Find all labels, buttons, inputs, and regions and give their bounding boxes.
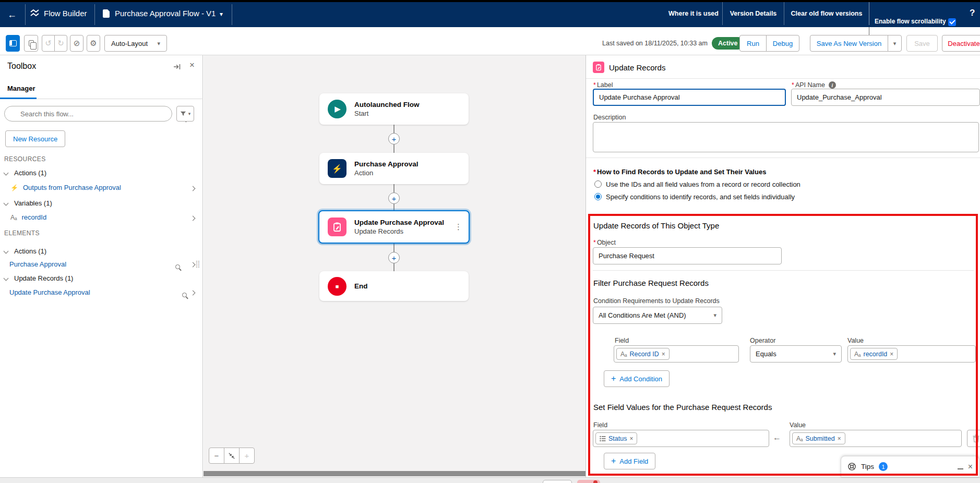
remove-pill-icon[interactable]: × xyxy=(662,351,665,358)
update-records-icon xyxy=(332,222,342,232)
value-pill[interactable]: Aₐ Submitted × xyxy=(792,432,845,444)
fit-to-view-button[interactable] xyxy=(224,448,240,464)
condition-field-input[interactable]: Aₐ Record ID × xyxy=(614,345,739,363)
radio-use-ids[interactable] xyxy=(594,180,602,188)
remove-pill-icon[interactable]: × xyxy=(890,351,893,358)
last-saved-text: Last saved on 18/11/2025, 10:33 am xyxy=(598,35,708,52)
add-element-button[interactable]: + xyxy=(388,133,400,144)
new-resource-button[interactable]: New Resource xyxy=(5,130,65,147)
label-field-label: Label xyxy=(597,81,613,89)
info-icon[interactable]: i xyxy=(829,81,836,89)
condition-value-input[interactable]: Aₐ recordId × xyxy=(847,345,976,363)
set-value-input[interactable]: Aₐ Submitted × xyxy=(790,430,962,447)
filter-button[interactable]: ▾ xyxy=(176,106,194,122)
node-update-purchase-approval[interactable]: Update Purchase Approval Update Records … xyxy=(318,210,470,244)
chevron-right-icon[interactable] xyxy=(190,186,196,191)
nav-link-version-details[interactable]: Version Details xyxy=(723,2,784,25)
flow-canvas[interactable]: ▶ Autolaunched Flow Start + ⚡ Purchase A… xyxy=(204,55,585,477)
search-element-icon[interactable] xyxy=(182,293,187,297)
nav-link-where-used[interactable]: Where it is used xyxy=(665,2,722,25)
horizontal-scrollbar[interactable] xyxy=(204,471,585,476)
add-element-button[interactable]: + xyxy=(388,252,400,263)
object-input[interactable] xyxy=(593,247,782,264)
add-field-button[interactable]: + Add Field xyxy=(604,453,655,469)
back-icon[interactable]: ← xyxy=(7,9,17,20)
node-subtitle: Update Records xyxy=(354,227,447,235)
node-start[interactable]: ▶ Autolaunched Flow Start xyxy=(319,93,469,125)
chevron-right-icon[interactable] xyxy=(190,262,196,268)
remove-pill-icon[interactable]: × xyxy=(629,435,633,442)
zoom-in-button[interactable]: + xyxy=(239,448,255,464)
help-icon[interactable]: ? xyxy=(970,8,975,18)
plus-icon: + xyxy=(611,374,616,383)
condition-requirements-select[interactable]: All Conditions Are Met (AND) ▾ xyxy=(593,307,722,324)
how-to-heading: How to Find Records to Update and Set Th… xyxy=(597,168,766,176)
chevron-right-icon[interactable] xyxy=(190,216,196,221)
node-end[interactable]: ■ End xyxy=(319,271,469,301)
api-name-input[interactable] xyxy=(791,89,980,106)
label-input[interactable] xyxy=(593,89,786,106)
run-button[interactable]: Run xyxy=(739,35,767,52)
elements-heading: ELEMENTS xyxy=(4,230,40,237)
group-elements-actions[interactable]: Actions (1) xyxy=(4,247,46,255)
node-title: Purchase Approval xyxy=(354,160,419,168)
chevron-down-icon[interactable]: ▾ xyxy=(220,10,223,18)
deactivate-button[interactable]: Deactivate xyxy=(942,35,980,52)
element-item-update-purchase-approval[interactable]: Update Purchase Approval xyxy=(9,288,90,296)
toggle-toolbox-button[interactable] xyxy=(6,35,20,52)
add-condition-button[interactable]: + Add Condition xyxy=(604,370,670,387)
pill-label: recordId xyxy=(863,351,887,358)
add-element-button[interactable]: + xyxy=(388,192,400,204)
save-as-new-version-button[interactable]: Save As New Version xyxy=(810,35,888,52)
radio-specify-conditions[interactable] xyxy=(594,193,602,200)
chevron-right-icon[interactable] xyxy=(190,291,196,296)
redo-button[interactable]: ↻ xyxy=(54,35,67,52)
field-pill[interactable]: Status × xyxy=(595,432,637,444)
condition-operator-select[interactable]: Equals ▾ xyxy=(750,345,842,363)
gear-icon: ⚙ xyxy=(90,39,97,48)
tips-panel[interactable]: Tips 1 × xyxy=(841,456,979,477)
text-type-icon: Aₐ xyxy=(620,351,627,358)
disable-elements-button[interactable]: ⊘ xyxy=(70,35,83,52)
no-entry-icon: ⊘ xyxy=(74,39,80,48)
flow-toolbar: ↺ ↻ ⊘ ⚙ Auto-Layout ▾ Last saved on 18/1… xyxy=(0,27,980,55)
node-menu-kebab-icon[interactable]: ⋮ xyxy=(455,222,469,232)
field-pill[interactable]: Aₐ Record ID × xyxy=(616,348,670,360)
save-options-caret-button[interactable]: ▾ xyxy=(888,35,902,52)
group-resources-variables[interactable]: Variables (1) xyxy=(4,199,52,207)
zoom-out-button[interactable]: − xyxy=(209,448,224,464)
remove-pill-icon[interactable]: × xyxy=(838,435,841,442)
copy-elements-button[interactable] xyxy=(24,35,38,52)
tab-manager[interactable]: Manager xyxy=(7,84,35,92)
scrollability-checkbox[interactable] xyxy=(948,18,956,26)
resize-grip-icon[interactable]: ⣿ xyxy=(195,260,200,268)
nav-separator xyxy=(869,2,869,25)
description-textarea[interactable] xyxy=(593,122,979,152)
save-button[interactable]: Save xyxy=(906,35,938,52)
group-resources-actions[interactable]: Actions (1) xyxy=(4,169,46,177)
flow-name-tab[interactable]: Purchase Approval Flow - V1 xyxy=(115,9,216,18)
set-field-input[interactable]: Status × xyxy=(593,430,769,447)
group-elements-update-records[interactable]: Update Records (1) xyxy=(4,274,73,282)
minimize-icon[interactable] xyxy=(958,468,963,469)
layout-select[interactable]: Auto-Layout ▾ xyxy=(104,35,167,52)
close-panel-icon[interactable]: × xyxy=(189,60,195,70)
callout-line xyxy=(869,27,869,35)
undo-button[interactable]: ↺ xyxy=(42,35,55,52)
element-item-purchase-approval[interactable]: Purchase Approval xyxy=(9,260,66,268)
resource-item-outputs[interactable]: ⚡ Outputs from Purchase Approval xyxy=(10,184,121,191)
node-purchase-approval[interactable]: ⚡ Purchase Approval Action xyxy=(319,153,469,184)
delete-row-button[interactable] xyxy=(967,430,980,447)
nav-link-clear-versions[interactable]: Clear old flow versions xyxy=(784,2,869,25)
lightning-icon: ⚡ xyxy=(332,164,342,174)
close-icon[interactable]: × xyxy=(968,462,973,472)
chevron-down-icon: ▾ xyxy=(713,312,716,319)
search-element-icon[interactable] xyxy=(175,264,180,269)
resource-item-recordid[interactable]: Aₐ recordId xyxy=(10,213,46,221)
value-pill[interactable]: Aₐ recordId × xyxy=(850,348,898,360)
resources-heading: RESOURCES xyxy=(4,155,46,163)
debug-button[interactable]: Debug xyxy=(766,35,799,52)
pin-panel-icon[interactable] xyxy=(173,63,181,71)
flow-settings-button[interactable]: ⚙ xyxy=(87,35,100,52)
search-input[interactable] xyxy=(4,106,172,122)
